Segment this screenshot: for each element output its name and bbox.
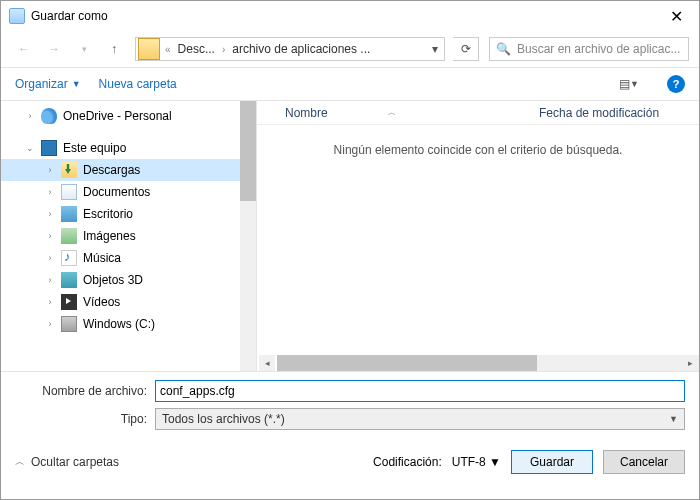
tree-item-descargas[interactable]: ›Descargas <box>1 159 256 181</box>
tree-item-label: Este equipo <box>63 141 126 155</box>
tree-item-m-sica[interactable]: ›Música <box>1 247 256 269</box>
desk-icon <box>61 206 77 222</box>
close-button[interactable]: ✕ <box>654 1 699 31</box>
up-button[interactable]: ↑ <box>101 36 127 62</box>
toolbar: Organizar ▼ Nueva carpeta ▤ ▼ ? <box>1 67 699 101</box>
hide-folders-toggle[interactable]: ︿ Ocultar carpetas <box>15 455 119 469</box>
breadcrumb-sep: « <box>162 44 174 55</box>
title-bar: Guardar como ✕ <box>1 1 699 31</box>
encoding-select[interactable]: UTF-8 ▼ <box>452 455 501 469</box>
address-bar[interactable]: « Desc... › archivo de aplicaciones ... … <box>135 37 445 61</box>
tree-item-label: Documentos <box>83 185 150 199</box>
tree-item-objetos-3d[interactable]: ›Objetos 3D <box>1 269 256 291</box>
expand-icon[interactable]: › <box>45 319 55 329</box>
expand-icon[interactable]: › <box>45 209 55 219</box>
expand-icon[interactable]: › <box>45 187 55 197</box>
expand-icon[interactable]: › <box>25 111 35 121</box>
search-input[interactable]: 🔍 Buscar en archivo de aplicac... <box>489 37 689 61</box>
filename-input[interactable] <box>155 380 685 402</box>
refresh-button[interactable]: ⟳ <box>453 37 479 61</box>
tree-item-onedrive-personal[interactable]: ›OneDrive - Personal <box>1 105 256 127</box>
expand-icon[interactable]: › <box>45 297 55 307</box>
tree-item-label: OneDrive - Personal <box>63 109 172 123</box>
onedrive-icon <box>41 108 57 124</box>
dialog-footer: ︿ Ocultar carpetas Codificación: UTF-8 ▼… <box>1 442 699 486</box>
tree-item-label: Objetos 3D <box>83 273 143 287</box>
dl-icon <box>61 162 77 178</box>
organize-menu[interactable]: Organizar ▼ <box>15 77 81 91</box>
cancel-button[interactable]: Cancelar <box>603 450 685 474</box>
expand-icon[interactable]: › <box>45 231 55 241</box>
chevron-down-icon: ▼ <box>72 79 81 89</box>
tree-item-label: Imágenes <box>83 229 136 243</box>
organize-label: Organizar <box>15 77 68 91</box>
img-icon <box>61 228 77 244</box>
tree-item-im-genes[interactable]: ›Imágenes <box>1 225 256 247</box>
folder-tree: ›OneDrive - Personal⌄Este equipo›Descarg… <box>1 101 257 371</box>
hscroll-thumb[interactable] <box>277 355 537 371</box>
recent-dropdown[interactable]: ▾ <box>71 36 97 62</box>
hscroll-left[interactable]: ◂ <box>259 355 275 371</box>
tree-item-windows-c-[interactable]: ›Windows (C:) <box>1 313 256 335</box>
expand-icon[interactable]: › <box>45 275 55 285</box>
filename-label: Nombre de archivo: <box>15 384 155 398</box>
tree-item-este-equipo[interactable]: ⌄Este equipo <box>1 137 256 159</box>
chevron-right-icon[interactable]: › <box>219 44 228 55</box>
breadcrumb-1[interactable]: Desc... <box>174 42 219 56</box>
tree-item-label: Vídeos <box>83 295 120 309</box>
column-name[interactable]: Nombre <box>285 106 328 120</box>
filetype-select[interactable]: Todos los archivos (*.*) ▼ <box>155 408 685 430</box>
tree-item-v-deos[interactable]: ›Vídeos <box>1 291 256 313</box>
file-list: Nombre ︿ Fecha de modificación Ningún el… <box>257 101 699 371</box>
tree-item-label: Música <box>83 251 121 265</box>
column-date[interactable]: Fecha de modificación <box>539 106 699 120</box>
3d-icon <box>61 272 77 288</box>
type-label: Tipo: <box>15 412 155 426</box>
encoding-value: UTF-8 <box>452 455 486 469</box>
thispc-icon <box>41 140 57 156</box>
save-button[interactable]: Guardar <box>511 450 593 474</box>
window-title: Guardar como <box>31 9 654 23</box>
expand-icon[interactable]: › <box>45 165 55 175</box>
sort-indicator-icon: ︿ <box>388 107 396 118</box>
doc-icon <box>61 184 77 200</box>
tree-scrollbar-thumb[interactable] <box>240 101 256 201</box>
chevron-down-icon: ▼ <box>669 414 678 424</box>
save-form: Nombre de archivo: Tipo: Todos los archi… <box>1 371 699 442</box>
chevron-down-icon: ▼ <box>630 79 639 89</box>
chevron-up-icon: ︿ <box>15 455 25 469</box>
address-dropdown[interactable]: ▾ <box>426 42 444 56</box>
encoding-label: Codificación: <box>373 455 442 469</box>
column-headers: Nombre ︿ Fecha de modificación <box>257 101 699 125</box>
tree-item-documentos[interactable]: ›Documentos <box>1 181 256 203</box>
help-button[interactable]: ? <box>667 75 685 93</box>
tree-item-label: Windows (C:) <box>83 317 155 331</box>
folder-icon <box>138 38 160 60</box>
chevron-down-icon: ▼ <box>489 455 501 469</box>
breadcrumb-2[interactable]: archivo de aplicaciones ... <box>228 42 374 56</box>
notepad-icon <box>9 8 25 24</box>
back-button[interactable]: ← <box>11 36 37 62</box>
forward-button[interactable]: → <box>41 36 67 62</box>
navigation-bar: ← → ▾ ↑ « Desc... › archivo de aplicacio… <box>1 31 699 67</box>
vid-icon <box>61 294 77 310</box>
tree-item-label: Escritorio <box>83 207 133 221</box>
tree-item-escritorio[interactable]: ›Escritorio <box>1 203 256 225</box>
empty-message: Ningún elemento coincide con el criterio… <box>257 125 699 175</box>
filetype-value: Todos los archivos (*.*) <box>162 412 285 426</box>
search-placeholder: Buscar en archivo de aplicac... <box>517 42 680 56</box>
expand-icon[interactable]: › <box>45 253 55 263</box>
expand-icon[interactable]: ⌄ <box>25 143 35 153</box>
view-options[interactable]: ▤ ▼ <box>619 77 639 91</box>
new-folder-button[interactable]: Nueva carpeta <box>99 77 177 91</box>
hide-folders-label: Ocultar carpetas <box>31 455 119 469</box>
tree-item-label: Descargas <box>83 163 140 177</box>
hscroll-right[interactable]: ▸ <box>681 355 699 371</box>
explorer-body: ›OneDrive - Personal⌄Este equipo›Descarg… <box>1 101 699 371</box>
view-icon: ▤ <box>619 77 628 91</box>
search-icon: 🔍 <box>496 42 511 56</box>
music-icon <box>61 250 77 266</box>
drive-icon <box>61 316 77 332</box>
